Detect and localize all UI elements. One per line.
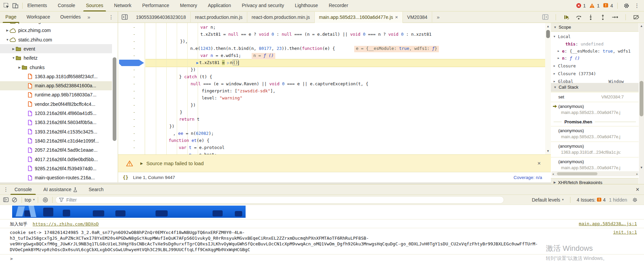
code-line[interactable]: }) [169,124,174,130]
expander-icon[interactable]: ▶ [554,72,558,75]
line-number-dash[interactable]: - [133,138,136,143]
console-warnings-badge[interactable]: 1 [589,3,599,8]
navigator-scrollbar-thumb[interactable] [113,57,116,141]
call-stack-frame[interactable]: (anonymous)main.app.585d23...00a6d477e.j [551,126,639,141]
tab-recorder[interactable]: Recorder [328,0,349,11]
toggle-debugger-sidebar-icon[interactable] [541,13,550,22]
pane-tab-page[interactable]: Page [5,11,17,23]
call-stack-frame[interactable]: (anonymous)main.app.585d23...00a6d477e.j [551,102,639,117]
code-line[interactable]: n = e.host; [189,152,217,154]
tree-item[interactable]: 9285.216a26f4.f5394974d0... [0,164,112,173]
drawer-kebab-icon[interactable]: ⋮ [3,186,8,192]
line-number-dash[interactable]: - [133,88,136,93]
tree-item[interactable]: runtime.app.98b7168030a7... [0,90,112,99]
tab-application[interactable]: Application [207,0,232,11]
editor-gutter[interactable]: ------------------ [118,23,145,154]
scroll-down-arrow-icon[interactable]: ▼ [639,166,644,169]
step-icon[interactable] [611,13,619,22]
pretty-print-icon[interactable]: {} [123,175,128,180]
step-out-icon[interactable] [598,13,607,22]
call-stack-frame[interactable]: (anonymous)1363.app.3181df...234cf8a1c.j… [551,142,639,156]
line-number-dash[interactable]: - [133,81,136,86]
code-line[interactable]: ▶t.xZst81 = ▷n() [196,60,239,66]
call-stack-frame[interactable]: setVM20384:7 [551,92,639,101]
close-tab-icon[interactable]: × [395,12,398,23]
console-prompt-chevron[interactable]: > [10,256,13,261]
tab-memory[interactable]: Memory [179,0,198,11]
pane-tab-workspace[interactable]: Workspace [26,11,51,23]
code-line[interactable]: function et(e) { [169,138,209,144]
hidden-messages-count[interactable]: 1 hidden [609,197,627,203]
coverage-link[interactable]: Coverage: n/a [513,175,542,180]
code-line[interactable]: n.e(1243).then(n.t.bind(n, 80177, 23)).t… [190,46,335,52]
expander-icon[interactable]: ▶ [558,50,562,53]
line-number-dash[interactable]: - [133,25,136,30]
deactivate-breakpoints-icon[interactable] [632,13,641,22]
call-stack-hscrollbar[interactable]: ◂ ▸ [552,171,639,176]
file-tab[interactable]: 1905533964036323018 [132,12,191,23]
tree-item[interactable]: vendor.2be0f44f82bcffc4c4... [0,99,112,109]
code-line[interactable]: }) [191,102,196,109]
line-number-dash[interactable]: - [133,131,136,136]
line-number-dash[interactable]: - [133,102,136,108]
code-line[interactable]: t.xZst81 = null == e ? void 0 : null ===… [200,32,431,38]
console-sidebar-icon[interactable] [1,196,10,204]
source-reference-link[interactable]: init.js:1 [613,230,637,235]
code-line[interactable]: } catch (t) { [179,74,212,81]
line-number-dash[interactable]: - [133,110,136,115]
line-number-dash[interactable]: - [133,95,136,100]
line-number-dash[interactable]: - [133,124,136,129]
tab-lighthouse[interactable]: Lighthouse [294,0,319,11]
console-filter-input[interactable]: Filter [55,196,504,204]
drawer-close-icon[interactable]: × [636,186,639,193]
vscrollbar-thumb[interactable] [640,81,643,116]
file-tabs-overflow-chevron[interactable]: » [437,14,440,20]
code-line[interactable]: var n; [200,25,216,31]
step-into-icon[interactable] [586,13,595,22]
tree-expander-icon[interactable]: ▼ [11,56,16,60]
inspect-element-icon[interactable] [2,1,11,10]
resume-script-execution-icon[interactable] [562,13,571,22]
editor-scrollbar-thumb[interactable] [546,30,550,38]
line-number-dash[interactable]: - [133,46,136,51]
scroll-up-arrow-icon[interactable]: ▲ [639,23,644,28]
expander-icon[interactable]: ▶ [554,64,558,67]
context-selector[interactable]: top▼ [25,197,35,203]
editor-scrollbar[interactable]: ▲ ▼ [545,23,551,154]
expander-icon[interactable]: ▶ [554,80,558,83]
tree-item[interactable]: ▶chunks [0,63,112,72]
tree-item[interactable]: ▶picx.zhimg.com [0,26,112,35]
scope-row[interactable]: ▼Local [551,33,639,40]
more-options-kebab-icon[interactable]: ⋮ [633,1,641,10]
tree-expander-icon[interactable]: ▶ [11,47,16,51]
scope-row[interactable]: this: undefined [551,40,639,48]
issues-counter[interactable]: 4 Issues: 4 [577,197,606,203]
code-line[interactable]: var t = e.protocol [179,145,224,151]
file-tab[interactable]: react.production.min.js [191,12,247,23]
tree-item[interactable]: main.app.585d238841600a... [0,81,112,90]
tree-item[interactable]: 1203.216a26f4.4f860a41d5... [0,109,112,118]
tree-item[interactable]: ▶event [0,44,112,53]
device-toolbar-icon[interactable] [11,1,20,10]
tree-expander-icon[interactable]: ▶ [18,66,22,69]
drawer-tab-ai-assistance[interactable]: AI assistance [42,184,78,195]
scroll-up-arrow-icon[interactable]: ▲ [545,23,551,28]
call-stack-frame[interactable]: (anonymous)main.app.585d23...00a6d477e.j [551,157,639,172]
line-number-dash[interactable]: - [133,117,136,122]
console-settings-gear-icon[interactable] [631,196,639,204]
pane-tab-overrides[interactable]: Overrides [59,11,81,23]
console-errors-badge[interactable]: 1 [576,3,586,8]
xhr-breakpoints-section-header[interactable]: ▶ XHR/fetch Breakpoints [551,178,639,184]
code-line[interactable]: , ee = n(62082); [173,131,214,137]
tree-item[interactable]: 1363.app.3181df6588f234cf... [0,72,112,81]
sidebar-vscrollbar[interactable]: ▲ ▼ [639,23,644,184]
code-line[interactable]: }) [191,67,196,73]
tab-sources[interactable]: Sources [85,0,104,11]
line-number-dash[interactable]: - [133,39,136,44]
source-reference-link[interactable]: main.app.585d238….js:1 [579,221,637,226]
line-number-dash[interactable]: - [133,32,136,37]
tab-elements[interactable]: Elements [27,0,48,11]
hide-navigator-icon[interactable] [120,13,129,22]
settings-gear-icon[interactable] [622,1,631,10]
scope-row[interactable]: ▶n: ƒ () [551,55,639,62]
